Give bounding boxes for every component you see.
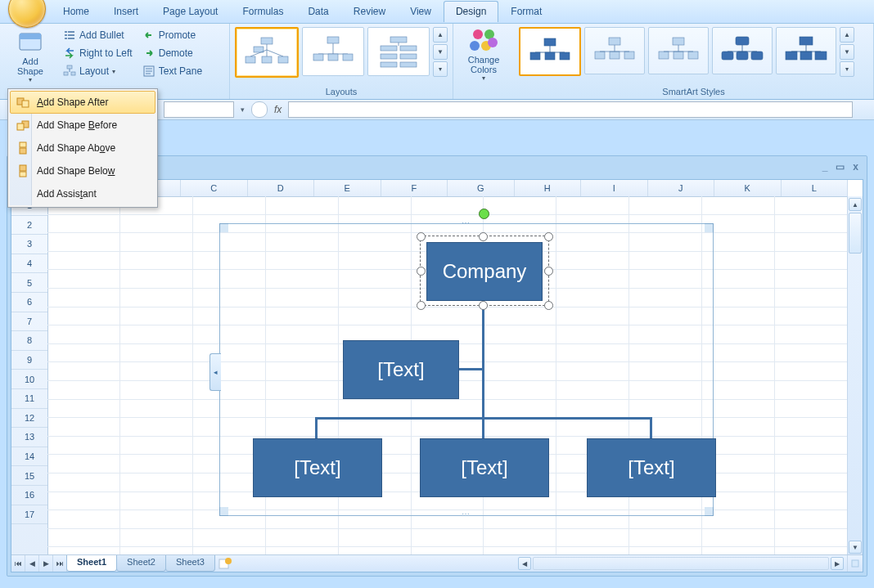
sheet-tab-3[interactable]: Sheet3 xyxy=(165,555,215,572)
scroll-up-icon[interactable]: ▲ xyxy=(840,27,854,43)
tab-design[interactable]: Design xyxy=(444,1,498,22)
sel-handle[interactable] xyxy=(417,301,426,310)
rotation-handle[interactable] xyxy=(479,209,489,219)
menu-add-shape-before[interactable]: Add Shape Before xyxy=(10,114,155,137)
window-minimize-button[interactable]: _ xyxy=(822,161,828,173)
frame-handle-br[interactable] xyxy=(705,507,714,516)
frame-handle-tr[interactable] xyxy=(705,223,714,232)
row-header-12[interactable]: 12 xyxy=(11,409,47,429)
menu-add-assistant[interactable]: Add Assistant xyxy=(10,182,155,205)
scroll-down-icon[interactable]: ▼ xyxy=(840,44,854,60)
tab-home[interactable]: Home xyxy=(51,1,101,22)
tab-formulas[interactable]: Formulas xyxy=(230,1,295,22)
smartart-node-child-2[interactable]: [Text] xyxy=(420,438,549,497)
row-header-9[interactable]: 9 xyxy=(11,351,47,370)
formula-input[interactable] xyxy=(288,101,853,118)
menu-add-shape-below[interactable]: Add Shape Below xyxy=(10,159,155,182)
smartart-frame[interactable]: ⋯ ⋯ ◂ Company xyxy=(219,223,714,516)
tab-review[interactable]: Review xyxy=(341,1,398,22)
column-header-D[interactable]: D xyxy=(248,180,315,196)
tab-view[interactable]: View xyxy=(398,1,444,22)
sel-handle[interactable] xyxy=(479,232,488,241)
styles-gallery-scroll[interactable]: ▲ ▼ ▾ xyxy=(840,27,854,77)
scroll-down-icon[interactable]: ▼ xyxy=(433,44,448,60)
text-pane-toggle[interactable]: Text Pane xyxy=(140,63,205,79)
scroll-track[interactable] xyxy=(533,557,829,570)
tab-data[interactable]: Data xyxy=(295,1,340,22)
row-header-17[interactable]: 17 xyxy=(11,505,47,525)
nav-first-icon[interactable]: ⏮ xyxy=(11,555,25,572)
tab-page-layout[interactable]: Page Layout xyxy=(151,1,230,22)
scroll-up-icon[interactable]: ▲ xyxy=(849,198,862,211)
row-header-8[interactable]: 8 xyxy=(11,331,47,351)
column-header-E[interactable]: E xyxy=(314,180,381,196)
cell-grid[interactable]: ⋯ ⋯ ◂ Company xyxy=(47,196,848,555)
row-header-10[interactable]: 10 xyxy=(11,370,47,389)
layout-option-1[interactable] xyxy=(235,27,299,78)
layouts-gallery-scroll[interactable]: ▲ ▼ ▾ xyxy=(433,27,448,77)
column-header-G[interactable]: G xyxy=(448,180,515,196)
style-option-4[interactable] xyxy=(712,27,773,74)
menu-add-shape-above[interactable]: Add Shape Above xyxy=(10,137,155,159)
row-header-3[interactable]: 3 xyxy=(11,235,47,254)
name-box-dropdown-icon[interactable]: ▾ xyxy=(241,105,245,114)
style-option-3[interactable] xyxy=(648,27,709,74)
row-header-13[interactable]: 13 xyxy=(11,428,47,447)
menu-add-shape-after[interactable]: Add Shape After xyxy=(10,91,155,114)
promote-button[interactable]: Promote xyxy=(140,27,205,43)
layout-option-3[interactable] xyxy=(367,27,430,76)
row-header-5[interactable]: 5 xyxy=(11,273,47,293)
layout-dropdown[interactable]: Layout ▾ xyxy=(61,63,135,79)
nav-next-icon[interactable]: ▶ xyxy=(39,555,53,572)
row-header-16[interactable]: 16 xyxy=(11,486,47,505)
sheet-tab-2[interactable]: Sheet2 xyxy=(116,555,166,572)
gallery-more-icon[interactable]: ▾ xyxy=(433,61,448,77)
column-header-C[interactable]: C xyxy=(181,180,248,196)
frame-handle-bottom[interactable]: ⋯ xyxy=(454,513,479,518)
scroll-thumb[interactable] xyxy=(849,213,862,254)
row-header-2[interactable]: 2 xyxy=(11,216,47,236)
frame-handle-tl[interactable] xyxy=(219,223,228,232)
nav-last-icon[interactable]: ⏭ xyxy=(53,555,67,572)
vertical-scrollbar[interactable]: ▲ ▼ xyxy=(847,196,863,555)
sel-handle[interactable] xyxy=(417,267,426,276)
right-to-left-button[interactable]: Right to Left xyxy=(61,45,135,61)
column-header-F[interactable]: F xyxy=(381,180,448,196)
tab-insert[interactable]: Insert xyxy=(101,1,151,22)
column-header-I[interactable]: I xyxy=(581,180,648,196)
horizontal-scrollbar[interactable]: ◀ ▶ xyxy=(515,555,847,572)
column-header-L[interactable]: L xyxy=(782,180,849,196)
window-maximize-button[interactable]: ▭ xyxy=(836,161,845,173)
nav-prev-icon[interactable]: ◀ xyxy=(25,555,39,572)
change-colors-button[interactable]: Change Colors ▾ xyxy=(458,27,509,84)
sel-handle[interactable] xyxy=(544,301,553,310)
sel-handle[interactable] xyxy=(544,232,553,241)
smartart-node-assistant[interactable]: [Text] xyxy=(343,340,459,399)
frame-handle-bl[interactable] xyxy=(219,507,228,516)
row-header-11[interactable]: 11 xyxy=(11,389,47,409)
style-option-5[interactable] xyxy=(776,27,836,74)
sel-handle[interactable] xyxy=(479,301,488,310)
scroll-down-icon[interactable]: ▼ xyxy=(849,541,862,554)
fx-icon[interactable]: fx xyxy=(274,104,282,115)
name-box[interactable] xyxy=(164,101,234,118)
layout-option-2[interactable] xyxy=(302,27,364,76)
add-bullet-button[interactable]: Add Bullet xyxy=(61,27,135,43)
text-pane-handle[interactable]: ◂ xyxy=(209,353,221,391)
demote-button[interactable]: Demote xyxy=(140,45,205,61)
sel-handle[interactable] xyxy=(417,232,426,241)
smartart-node-child-1[interactable]: [Text] xyxy=(253,438,382,497)
column-header-J[interactable]: J xyxy=(648,180,715,196)
row-header-4[interactable]: 4 xyxy=(11,254,47,274)
add-shape-split-button[interactable]: Add Shape ▾ xyxy=(5,27,56,86)
smartart-node-root[interactable]: Company xyxy=(426,242,543,301)
tab-format[interactable]: Format xyxy=(498,1,554,22)
row-header-15[interactable]: 15 xyxy=(11,466,47,486)
column-header-K[interactable]: K xyxy=(714,180,782,196)
window-close-button[interactable]: x xyxy=(853,161,858,173)
scroll-left-icon[interactable]: ◀ xyxy=(518,557,531,570)
style-option-1[interactable] xyxy=(519,27,581,76)
scroll-right-icon[interactable]: ▶ xyxy=(831,557,844,570)
smartart-node-child-3[interactable]: [Text] xyxy=(587,438,716,497)
row-header-14[interactable]: 14 xyxy=(11,447,47,467)
